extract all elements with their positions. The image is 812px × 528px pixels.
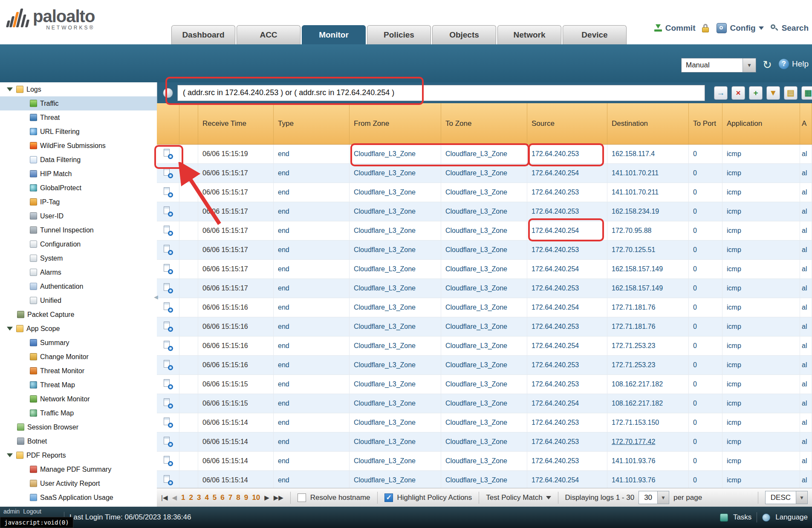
log-detail-cell[interactable] xyxy=(157,317,179,336)
cell-application[interactable]: icmp xyxy=(722,183,800,202)
cell-to-zone[interactable]: Cloudflare_L3_Zone xyxy=(441,356,527,374)
page-10[interactable]: 10 xyxy=(252,493,260,502)
log-row[interactable]: 06/06 15:15:14endCloudflare_L3_ZoneCloud… xyxy=(157,432,812,452)
clear-filter-icon[interactable]: × xyxy=(731,86,745,100)
cell-action[interactable]: al xyxy=(800,298,812,317)
cell-to-zone[interactable]: Cloudflare_L3_Zone xyxy=(441,221,527,240)
sidebar-item-logs[interactable]: Logs xyxy=(0,82,157,96)
sidebar-item-system[interactable]: System xyxy=(0,251,157,265)
sidebar-item-traffic-map[interactable]: Traffic Map xyxy=(0,406,157,420)
cell-to-port[interactable]: 0 xyxy=(689,413,722,432)
sidebar-item-alarms[interactable]: Alarms xyxy=(0,265,157,279)
cell-from-zone[interactable]: Cloudflare_L3_Zone xyxy=(350,279,441,298)
cell-type[interactable]: end xyxy=(274,317,350,336)
log-row[interactable]: 06/06 15:15:17endCloudflare_L3_ZoneCloud… xyxy=(157,241,812,260)
cell-destination[interactable]: 141.101.70.211 xyxy=(607,183,689,202)
cell-from-zone[interactable]: Cloudflare_L3_Zone xyxy=(350,471,441,488)
tab-acc[interactable]: ACC xyxy=(237,25,301,44)
log-detail-icon[interactable] xyxy=(163,360,173,370)
test-policy-match-button[interactable]: Test Policy Match xyxy=(486,493,551,502)
cell-to-port[interactable]: 0 xyxy=(689,279,722,298)
cell-action[interactable]: al xyxy=(800,317,812,336)
cell-action[interactable]: al xyxy=(800,241,812,259)
sidebar-item-url-filtering[interactable]: URL Filtering xyxy=(0,125,157,139)
cell-type[interactable]: end xyxy=(274,432,350,451)
log-row[interactable]: 06/06 15:15:16endCloudflare_L3_ZoneCloud… xyxy=(157,337,812,356)
sort-order-select[interactable]: DESC ▼ xyxy=(765,491,808,504)
cell-action[interactable]: al xyxy=(800,452,812,470)
log-row[interactable]: 06/06 15:15:16endCloudflare_L3_ZoneCloud… xyxy=(157,298,812,317)
cell-to-port[interactable]: 0 xyxy=(689,183,722,202)
log-detail-cell[interactable] xyxy=(157,337,179,355)
page-8[interactable]: 8 xyxy=(236,493,240,502)
cell-type[interactable]: end xyxy=(274,452,350,470)
log-detail-icon[interactable] xyxy=(163,341,173,351)
cell-destination[interactable]: 172.71.181.76 xyxy=(607,298,689,317)
column-header-destination[interactable]: Destination xyxy=(607,103,689,144)
cell-to-port[interactable]: 0 xyxy=(689,260,722,279)
cell-from-zone[interactable]: Cloudflare_L3_Zone xyxy=(350,298,441,317)
log-detail-cell[interactable] xyxy=(157,432,179,451)
sidebar-item-unified[interactable]: Unified xyxy=(0,293,157,308)
cell-from-zone[interactable]: Cloudflare_L3_Zone xyxy=(350,260,441,279)
column-header-to-port[interactable]: To Port xyxy=(689,103,722,144)
log-detail-icon[interactable] xyxy=(163,322,173,332)
column-header-application[interactable]: Application xyxy=(722,103,800,144)
cell-from-zone[interactable]: Cloudflare_L3_Zone xyxy=(350,164,441,183)
cell-to-zone[interactable]: Cloudflare_L3_Zone xyxy=(441,145,527,163)
cell-type[interactable]: end xyxy=(274,356,350,374)
filter-input[interactable] xyxy=(177,85,705,101)
page-4[interactable]: 4 xyxy=(205,493,208,502)
cell-to-port[interactable]: 0 xyxy=(689,221,722,240)
add-filter-icon[interactable]: + xyxy=(749,86,763,100)
log-detail-icon[interactable] xyxy=(163,206,173,217)
language-button[interactable]: Language xyxy=(775,513,808,522)
cell-type[interactable]: end xyxy=(274,298,350,317)
expand-arrow-icon[interactable] xyxy=(7,327,13,331)
cell-to-zone[interactable]: Cloudflare_L3_Zone xyxy=(441,394,527,413)
sidebar-collapse-handle[interactable]: ◄ xyxy=(153,293,159,301)
cell-to-zone[interactable]: Cloudflare_L3_Zone xyxy=(441,317,527,336)
log-row[interactable]: 06/06 15:15:19endCloudflare_L3_ZoneCloud… xyxy=(157,145,812,164)
cell-receive-time[interactable]: 06/06 15:15:17 xyxy=(198,164,274,183)
cell-destination[interactable]: 172.71.153.150 xyxy=(607,413,689,432)
admin-user-label[interactable]: admin xyxy=(3,508,20,515)
cell-receive-time[interactable]: 06/06 15:15:15 xyxy=(198,375,274,394)
cell-action[interactable]: al xyxy=(800,337,812,355)
column-header-type[interactable]: Type xyxy=(274,103,350,144)
log-row[interactable]: 06/06 15:15:16endCloudflare_L3_ZoneCloud… xyxy=(157,317,812,337)
cell-source[interactable]: 172.64.240.254 xyxy=(527,221,607,240)
tab-policies[interactable]: Policies xyxy=(367,25,431,44)
log-detail-cell[interactable] xyxy=(157,279,179,298)
sidebar-item-botnet[interactable]: Botnet xyxy=(0,434,157,448)
cell-to-zone[interactable]: Cloudflare_L3_Zone xyxy=(441,183,527,202)
commit-button[interactable]: Commit xyxy=(654,23,696,33)
config-button[interactable]: Config xyxy=(717,23,763,33)
log-row[interactable]: 06/06 15:15:17endCloudflare_L3_ZoneCloud… xyxy=(157,221,812,241)
log-detail-icon[interactable] xyxy=(163,245,173,255)
cell-action[interactable]: al xyxy=(800,145,812,163)
cell-receive-time[interactable]: 06/06 15:15:16 xyxy=(198,356,274,374)
log-row[interactable]: 06/06 15:15:15endCloudflare_L3_ZoneCloud… xyxy=(157,375,812,394)
cell-application[interactable]: icmp xyxy=(722,260,800,279)
sidebar-item-app-scope[interactable]: App Scope xyxy=(0,322,157,336)
cell-from-zone[interactable]: Cloudflare_L3_Zone xyxy=(350,241,441,259)
cell-from-zone[interactable]: Cloudflare_L3_Zone xyxy=(350,356,441,374)
refresh-icon[interactable]: ↻ xyxy=(763,59,772,71)
cell-destination[interactable]: 172.71.253.23 xyxy=(607,337,689,355)
column-header-receive-time[interactable]: Receive Time xyxy=(198,103,274,144)
page-3[interactable]: 3 xyxy=(197,493,201,502)
help-button[interactable]: ? Help xyxy=(779,59,809,69)
log-row[interactable]: 06/06 15:15:14endCloudflare_L3_ZoneCloud… xyxy=(157,471,812,488)
export-icon[interactable]: ▦ xyxy=(801,86,812,100)
cell-from-zone[interactable]: Cloudflare_L3_Zone xyxy=(350,221,441,240)
sidebar-item-threat[interactable]: Threat xyxy=(0,110,157,125)
refresh-mode-select[interactable]: Manual ▼ xyxy=(681,58,756,73)
resolve-hostname-checkbox[interactable] xyxy=(298,493,306,502)
cell-destination[interactable]: 162.158.117.4 xyxy=(607,145,689,163)
cell-receive-time[interactable]: 06/06 15:15:15 xyxy=(198,394,274,413)
cell-destination[interactable]: 141.101.93.76 xyxy=(607,452,689,470)
cell-receive-time[interactable]: 06/06 15:15:17 xyxy=(198,279,274,298)
cell-source[interactable]: 172.64.240.254 xyxy=(527,298,607,317)
cell-from-zone[interactable]: Cloudflare_L3_Zone xyxy=(350,452,441,470)
